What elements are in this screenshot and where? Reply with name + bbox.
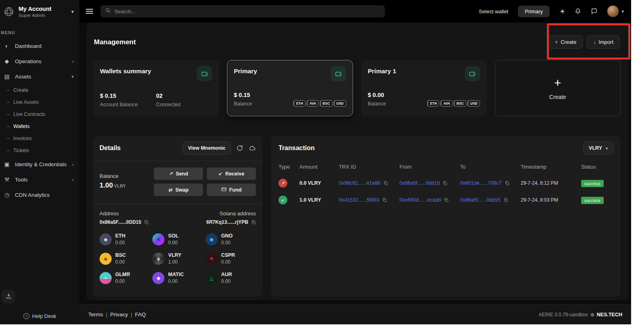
tx-id-link[interactable]: 0x41532......5f893 [339, 197, 379, 203]
copy-icon[interactable] [383, 181, 388, 186]
screenshot-viewport: My Account Super Admin ▾ MENU ◐ Dashboar… [0, 0, 644, 330]
terms-link[interactable]: Terms [88, 311, 103, 318]
column-header: To [460, 164, 521, 170]
notifications-bell-icon[interactable] [575, 8, 581, 14]
footer: Terms | Privacy | FAQ AERIE 3.0.79-sandb… [79, 304, 631, 324]
chevron-down-icon: ▾ [621, 9, 624, 14]
send-arrow-icon: ↗ [169, 171, 173, 177]
sidebar-item-tools[interactable]: ⚒ Tools › [0, 172, 79, 187]
cloud-sync-icon[interactable] [249, 145, 256, 151]
sidebar-subitem-create[interactable]: Create [0, 84, 79, 96]
wallet-card-primary-1[interactable]: Primary 1 $ 0.00 Balance [361, 60, 487, 116]
copy-icon[interactable] [503, 198, 508, 202]
copy-icon[interactable] [444, 198, 449, 202]
theme-toggle-icon[interactable]: ☀ [559, 8, 565, 15]
fund-card-icon [221, 187, 226, 193]
sidebar-subitem-live-contracts[interactable]: Live Contracts [0, 108, 79, 120]
brand-text: NES.TECH [597, 312, 622, 318]
sidebar-item-identity-credentials[interactable]: ▣ Identity & Credentials › [0, 157, 79, 172]
token-symbol: AUR [221, 272, 232, 277]
menu-toggle-button[interactable] [86, 9, 93, 14]
subitem-label: Create [13, 87, 29, 93]
receive-button[interactable]: ↙ Receive [207, 167, 256, 180]
wallet-card-primary[interactable]: Primary $ 0.15 Balance [227, 60, 353, 116]
account-name: My Account [19, 6, 52, 12]
help-desk-link[interactable]: ? Help Desk [0, 313, 79, 319]
swap-icon: ⇄ [168, 187, 172, 193]
wallet-selector-button[interactable]: Primary [518, 6, 550, 17]
avatar[interactable] [607, 5, 619, 17]
help-icon: ? [23, 313, 29, 319]
tx-from-link[interactable]: 0x86a5f......0dd15 [399, 180, 440, 186]
search-input[interactable] [114, 8, 380, 14]
copy-icon[interactable] [382, 198, 387, 202]
details-title: Details [100, 144, 120, 152]
table-row: ↙ 1.0 VLRY 0x41532......5f893 [278, 192, 613, 208]
balance-currency: VLRY [114, 184, 126, 188]
sidebar-item-operations[interactable]: ◆ Operations › [0, 54, 79, 69]
import-wallet-button[interactable]: ↓ Import [587, 35, 620, 49]
connected-count-value: 02 [156, 93, 212, 99]
token-row-cspr: ✳ CSPR0.00 [206, 252, 256, 265]
create-wallet-button[interactable]: + Create [548, 35, 583, 49]
status-badge: success [581, 197, 604, 204]
refresh-icon[interactable] [237, 145, 243, 151]
sidebar-subitem-invoices[interactable]: Invoices [0, 132, 79, 144]
sidebar-item-assets[interactable]: ▤ Assets ▾ [0, 69, 79, 84]
account-switcher[interactable]: My Account Super Admin ▾ [0, 0, 79, 22]
received-transaction-icon: ↙ [278, 196, 287, 204]
eth-icon: ◆ [100, 233, 112, 245]
user-menu[interactable]: ▾ [607, 5, 624, 17]
page-title: Management [94, 38, 136, 46]
sidebar-subitem-live-assets[interactable]: Live Assets [0, 96, 79, 108]
tx-from-cell: 0x86a5f......0dd15 [399, 180, 460, 186]
create-wallet-card[interactable]: + Create [495, 60, 621, 116]
tx-to-link[interactable]: 0x601de......709c7 [460, 180, 502, 186]
token-row-vlry: ◈ VLRY1.00 [152, 252, 203, 265]
privacy-link[interactable]: Privacy [110, 311, 128, 318]
view-mnemonic-button[interactable]: View Mnemonic [183, 142, 231, 155]
footer-branding: AERIE 3.0.79-sandbox ⊛ NES.TECH [539, 312, 622, 318]
fund-label: Fund [229, 187, 242, 193]
download-button[interactable] [2, 290, 15, 303]
swap-button[interactable]: ⇄ Swap [154, 184, 203, 196]
tx-from-link[interactable]: 0xe690d......ecadd [399, 197, 441, 203]
copy-icon[interactable] [442, 181, 447, 186]
token-row-matic: ◆ MATIC0.00 [152, 272, 203, 284]
import-arrow-icon: ↓ [593, 39, 596, 45]
subitem-label: Invoices [13, 136, 32, 141]
send-button[interactable]: ↗ Send [154, 167, 203, 180]
sidebar-item-dashboard[interactable]: ◐ Dashboard [0, 38, 79, 54]
messages-icon[interactable] [591, 8, 597, 14]
token-symbol: GLMR [115, 272, 130, 277]
token-symbol: ETH [115, 233, 125, 239]
copy-icon[interactable] [505, 181, 509, 186]
details-card: Details View Mnemonic [93, 136, 262, 297]
bsc-icon: ◆ [100, 253, 112, 265]
topbar: Select wallet Primary ☀ [79, 0, 631, 23]
sidebar-subitem-wallets[interactable]: Wallets [0, 120, 79, 132]
sidebar-item-cdn-analytics[interactable]: ◷ CDN Analytics [0, 187, 79, 202]
faq-link[interactable]: FAQ [135, 311, 146, 318]
copy-icon[interactable] [144, 220, 149, 225]
eth-address-block: Address 0x86a5F......0DD15 [100, 210, 149, 225]
copy-icon[interactable] [251, 220, 256, 225]
footer-links: Terms | Privacy | FAQ [88, 311, 146, 318]
currency-filter-dropdown[interactable]: VLRY ▾ [583, 142, 613, 155]
currency-badge: USD [334, 100, 346, 107]
table-row: ↗ 0.0 VLRY 0x96c92......41e66 [278, 175, 613, 192]
fund-button[interactable]: Fund [207, 184, 256, 196]
version-text: AERIE 3.0.79-sandbox [539, 312, 588, 318]
account-info: My Account Super Admin [19, 6, 52, 18]
column-header: Type [278, 164, 299, 170]
token-symbol: GNO [221, 233, 233, 239]
sent-transaction-icon: ↗ [278, 179, 287, 188]
search-bar[interactable] [100, 5, 385, 17]
tx-to-link[interactable]: 0x86a5f......0dd15 [460, 197, 501, 203]
tx-id-link[interactable]: 0x96c92......41e66 [339, 180, 380, 186]
management-header: Management + Create ↓ Import [93, 33, 623, 60]
column-header: Timestamp [521, 164, 581, 170]
currency-filter-label: VLRY [589, 145, 602, 151]
sidebar-subitem-tickets[interactable]: Tickets [0, 144, 79, 157]
column-header: Amount [299, 164, 339, 170]
